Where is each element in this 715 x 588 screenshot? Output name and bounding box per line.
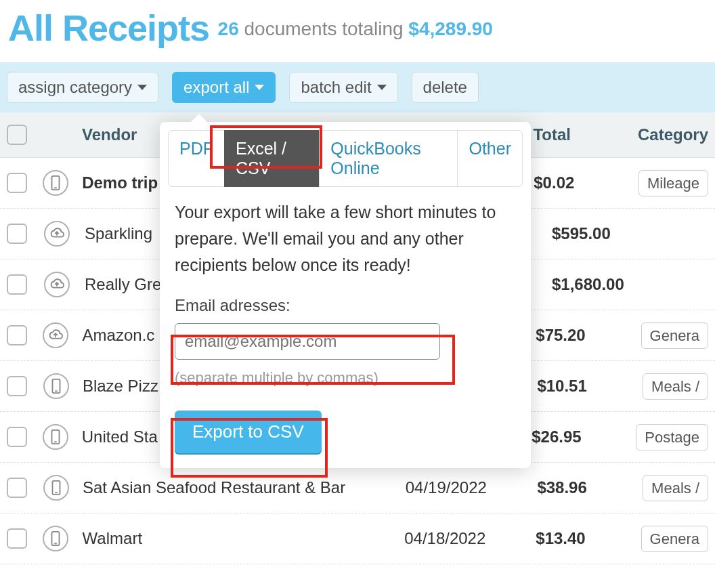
vendor-name: United Sta — [82, 427, 158, 446]
phone-icon — [43, 526, 68, 551]
vendor-name: Amazon.c — [83, 326, 155, 344]
export-all-label: export all — [183, 78, 249, 97]
category-pill[interactable]: Genera — [641, 526, 708, 552]
export-to-csv-button[interactable]: Export to CSV — [175, 411, 322, 453]
email-label: Email adresses: — [175, 293, 516, 318]
export-popover: PDF Excel / CSV QuickBooks Online Other … — [160, 122, 531, 468]
row-checkbox[interactable] — [7, 478, 27, 498]
doc-count: 26 — [218, 18, 239, 39]
summary-total: $4,289.90 — [408, 18, 493, 39]
cloud-upload-icon — [44, 272, 70, 297]
receipt-total: $75.20 — [536, 326, 641, 345]
receipt-total: $595.00 — [552, 224, 660, 243]
receipt-total: $10.51 — [537, 377, 643, 396]
export-all-button[interactable]: export all — [172, 72, 276, 103]
category-pill[interactable]: Meals / — [643, 475, 708, 501]
page-header: All Receipts 26 documents totaling $4,28… — [0, 0, 715, 62]
receipt-date: 04/18/2022 — [404, 529, 536, 548]
col-total[interactable]: Total — [533, 125, 638, 144]
tab-pdf[interactable]: PDF — [168, 130, 225, 187]
row-checkbox[interactable] — [7, 427, 27, 447]
toolbar: assign category export all batch edit de… — [0, 62, 715, 112]
phone-icon — [43, 424, 68, 450]
table-row[interactable]: Walmart04/18/2022$13.40Genera — [0, 513, 715, 564]
row-checkbox[interactable] — [7, 173, 27, 193]
category-pill[interactable]: Meals / — [643, 373, 708, 400]
vendor-name: Really Gre — [85, 275, 161, 293]
tab-excel-csv[interactable]: Excel / CSV — [224, 130, 320, 187]
receipt-date: 04/19/2022 — [406, 478, 538, 497]
batch-edit-button[interactable]: batch edit — [289, 72, 397, 103]
tab-quickbooks[interactable]: QuickBooks Online — [319, 130, 458, 187]
assign-category-label: assign category — [18, 78, 132, 97]
phone-icon — [43, 373, 69, 399]
delete-label: delete — [423, 78, 467, 97]
receipt-total: $1,680.00 — [552, 275, 660, 294]
table-row[interactable]: Sat Asian Seafood Restaurant & Bar04/19/… — [0, 463, 715, 513]
vendor-name: Blaze Pizz — [83, 377, 158, 395]
caret-down-icon — [255, 85, 264, 90]
vendor-name: Walmart — [83, 529, 142, 547]
category-pill[interactable]: Genera — [641, 322, 708, 349]
tab-other[interactable]: Other — [457, 130, 523, 187]
receipt-total: $26.95 — [532, 427, 636, 446]
delete-button[interactable]: delete — [412, 72, 479, 103]
row-checkbox[interactable] — [7, 274, 27, 295]
row-checkbox[interactable] — [7, 325, 27, 345]
receipt-total: $13.40 — [536, 529, 641, 548]
page-summary: 26 documents totaling $4,289.90 — [218, 18, 493, 39]
cloud-upload-icon — [43, 322, 68, 348]
export-tabs: PDF Excel / CSV QuickBooks Online Other — [160, 122, 531, 187]
vendor-name: Sparkling — [85, 224, 152, 243]
summary-text: documents totaling — [244, 18, 404, 39]
row-checkbox[interactable] — [7, 224, 27, 244]
receipt-total: $0.02 — [534, 173, 638, 192]
vendor-name: Sat Asian Seafood Restaurant & Bar — [83, 478, 345, 497]
email-hint: (separate multiple by commas) — [175, 366, 516, 390]
phone-icon — [43, 475, 69, 501]
export-description: Your export will take a few short minute… — [175, 199, 516, 278]
select-all-checkbox[interactable] — [7, 125, 27, 145]
caret-down-icon — [137, 85, 147, 90]
export-body: Your export will take a few short minute… — [160, 187, 531, 453]
page-title: All Receipts — [8, 7, 209, 48]
row-checkbox[interactable] — [7, 376, 27, 396]
assign-category-button[interactable]: assign category — [7, 72, 158, 103]
category-pill[interactable]: Mileage — [638, 170, 708, 196]
batch-edit-label: batch edit — [301, 78, 371, 97]
email-input[interactable] — [175, 323, 440, 360]
row-checkbox[interactable] — [7, 528, 27, 549]
col-category[interactable]: Category — [638, 125, 708, 144]
receipt-total: $38.96 — [537, 478, 643, 497]
cloud-upload-icon — [44, 221, 70, 247]
vendor-name: Demo trip — [82, 173, 158, 192]
phone-icon — [43, 170, 68, 196]
category-pill[interactable]: Postage — [636, 424, 708, 450]
caret-down-icon — [377, 85, 387, 90]
